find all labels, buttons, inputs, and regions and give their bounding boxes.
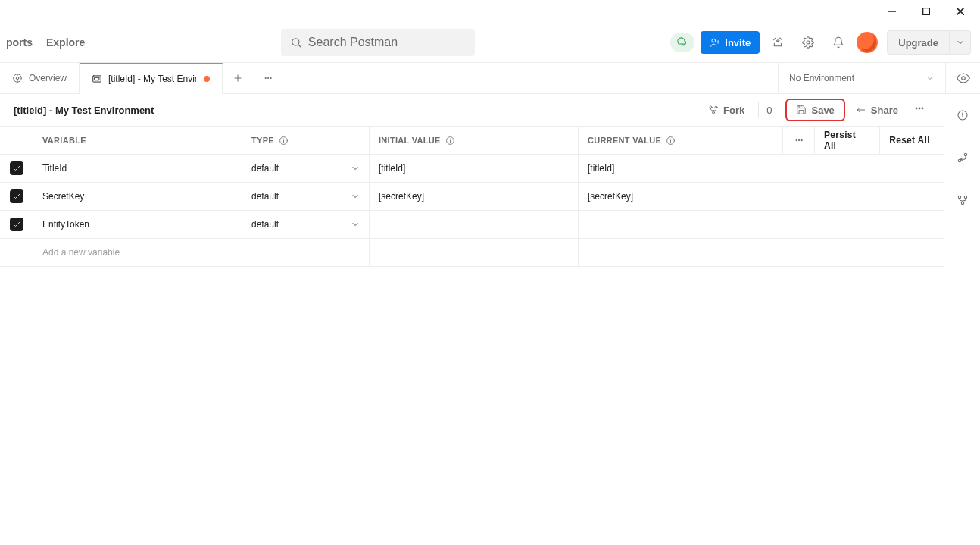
save-button[interactable]: Save [785,99,844,121]
overview-icon [12,73,23,83]
svg-point-36 [670,139,671,139]
env-icon [92,74,102,84]
svg-point-9 [807,41,810,44]
nav-explore[interactable]: Explore [46,36,85,49]
table-row: EntityToken default [0,211,944,239]
tab-environment[interactable]: [titleId] - My Test Envir [80,63,223,94]
row-checkbox[interactable] [10,218,23,231]
current-value-cell[interactable]: [secretKey] [579,183,944,210]
svg-point-11 [16,77,19,80]
info-icon [666,136,676,146]
svg-point-37 [795,139,796,140]
col-type: TYPE [242,127,370,154]
chevron-down-icon [351,192,360,201]
variable-cell[interactable]: EntityToken [33,211,242,238]
invite-button[interactable]: Invite [701,31,760,54]
search-placeholder: Search Postman [308,36,398,49]
svg-rect-14 [93,76,101,82]
capture-icon[interactable] [766,30,790,55]
svg-point-38 [798,139,799,140]
notifications-icon[interactable] [826,30,850,55]
avatar[interactable] [857,32,878,53]
variable-cell[interactable]: SecretKey [33,183,242,210]
environment-title: [titleId] - My Test Environment [14,105,154,116]
window-maximize[interactable] [909,1,943,22]
settings-icon[interactable] [796,30,820,55]
changelog-button[interactable] [950,146,975,170]
type-select[interactable]: default [251,219,360,230]
tabs-more-button[interactable] [253,63,283,93]
chevron-down-icon [351,164,360,173]
tab-overview[interactable]: Overview [0,63,80,93]
app-header: ports Explore Search Postman Invite Upgr… [0,23,980,62]
svg-point-21 [961,77,965,80]
env-more-button[interactable] [909,102,930,117]
table-row: SecretKey default [secretKey] [secretKey… [0,183,944,211]
window-titlebar [0,0,980,23]
initial-value-cell[interactable]: [secretKey] [370,183,579,210]
save-icon [796,105,807,115]
tabbar: Overview [titleId] - My Test Envir No En… [0,62,980,94]
svg-rect-15 [95,77,99,80]
variable-cell[interactable]: TitleId [33,155,242,182]
invite-icon [710,37,720,48]
search-input[interactable]: Search Postman [281,29,475,56]
chevron-down-icon [925,74,935,83]
initial-value-cell[interactable] [370,211,579,238]
svg-point-4 [292,39,298,45]
svg-point-25 [916,108,917,109]
svg-point-26 [919,108,920,109]
reset-all-button[interactable]: Reset All [880,127,939,154]
fork-icon [708,105,719,115]
right-rail [944,94,980,545]
persist-all-button[interactable]: Persist All [815,127,880,154]
current-value-cell[interactable] [579,211,944,238]
col-checkbox [0,127,33,154]
svg-point-6 [712,39,716,42]
sync-icon[interactable] [670,33,694,52]
info-panel-button[interactable] [950,103,975,127]
svg-point-18 [265,77,266,78]
window-minimize[interactable] [875,1,909,22]
upgrade-menu[interactable] [950,30,971,55]
variables-table: VARIABLE TYPE INITIAL VALUE CURRENT VALU… [0,126,944,267]
nav-reports[interactable]: ports [6,36,33,49]
svg-line-5 [298,45,301,47]
fork-count: 0 [758,102,779,118]
svg-point-44 [958,159,960,161]
col-initial: INITIAL VALUE [370,127,579,154]
table-row: TitleId default [titleId] [titleId] [0,155,944,183]
add-variable-row[interactable]: Add a new variable [0,239,944,267]
col-current: CURRENT VALUE [579,127,783,154]
current-value-cell[interactable]: [titleId] [579,155,944,182]
svg-rect-1 [922,8,929,15]
share-icon [856,105,866,115]
info-icon [445,136,455,146]
col-variable: VARIABLE [33,127,242,154]
svg-point-19 [267,77,268,78]
svg-point-42 [962,113,963,114]
chevron-down-icon [351,220,360,229]
type-select[interactable]: default [251,191,360,202]
type-select[interactable]: default [251,163,360,174]
search-icon [290,36,302,49]
svg-point-20 [270,77,271,78]
fork-button[interactable]: Fork [701,99,752,121]
row-checkbox[interactable] [10,189,23,203]
environment-selector[interactable]: No Environment [779,63,945,93]
environment-view-button[interactable] [945,63,980,93]
row-checkbox[interactable] [10,161,23,175]
svg-point-33 [450,139,451,139]
upgrade-button[interactable]: Upgrade [887,30,950,55]
pull-requests-button[interactable] [950,188,975,212]
info-icon [279,136,289,146]
svg-point-27 [922,108,923,109]
col-more-button[interactable] [783,127,815,154]
svg-point-39 [801,139,801,140]
window-close[interactable] [943,1,977,22]
unsaved-indicator [204,76,210,82]
environment-header: [titleId] - My Test Environment Fork 0 S… [0,94,944,126]
share-button[interactable]: Share [848,99,906,121]
add-tab-button[interactable] [223,63,253,93]
initial-value-cell[interactable]: [titleId] [370,155,579,182]
